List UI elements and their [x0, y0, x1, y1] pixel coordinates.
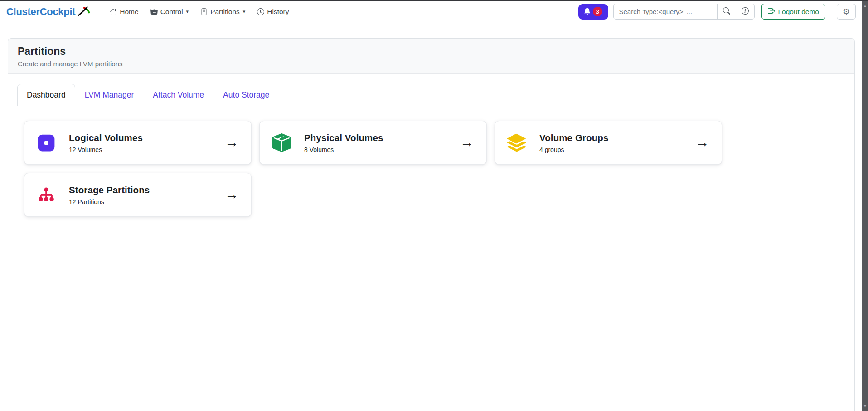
window-top-edge — [0, 0, 868, 1]
info-circle-icon — [742, 7, 749, 16]
tab-auto-storage[interactable]: Auto Storage — [213, 84, 279, 106]
logout-label: Logout demo — [778, 8, 820, 16]
hdd-device-icon — [200, 8, 208, 15]
notification-count-badge: 3 — [593, 7, 602, 16]
nav-item-control[interactable]: Control ▾ — [150, 8, 189, 16]
nav-item-home[interactable]: Home — [110, 8, 138, 16]
search-icon — [723, 7, 730, 16]
nav-item-label: History — [267, 8, 289, 16]
panel-header: Partitions Create and manage LVM partiti… — [8, 39, 854, 74]
page-title: Partitions — [18, 45, 845, 58]
card-text: Physical Volumes 8 Volumes — [304, 132, 460, 153]
dashboard-cards: Logical Volumes 12 Volumes → Physical Vo… — [24, 121, 845, 217]
card-count: 4 groups — [539, 146, 695, 153]
card-storage-partitions[interactable]: Storage Partitions 12 Partitions → — [24, 173, 252, 217]
nav-item-label: Home — [120, 8, 138, 16]
navbar-right: 3 Logout demo ⚙ — [578, 4, 856, 20]
card-title: Physical Volumes — [304, 132, 460, 143]
notifications-button[interactable]: 3 — [578, 4, 608, 20]
card-title: Logical Volumes — [69, 132, 225, 143]
navbar: ClusterCockpit Home Control ▾ — [0, 1, 862, 22]
gauge-logo-icon — [77, 5, 91, 19]
panel-body: Dashboard LVM Manager Attach Volume Auto… — [8, 74, 854, 226]
chevron-down-icon: ▾ — [243, 9, 246, 15]
clock-icon — [257, 8, 264, 15]
layers-icon — [507, 133, 527, 152]
scroll-down-icon[interactable]: ▼ — [863, 404, 867, 408]
gear-icon: ⚙ — [843, 7, 850, 17]
diagram-tree-icon — [36, 186, 56, 204]
nav-links: Home Control ▾ Partitions ▾ History — [110, 8, 578, 16]
page-subtitle: Create and manage LVM partitions — [18, 60, 845, 68]
card-count: 8 Volumes — [304, 146, 460, 153]
tab-attach-volume[interactable]: Attach Volume — [143, 84, 213, 106]
arrow-right-icon: → — [695, 135, 709, 150]
card-volume-groups[interactable]: Volume Groups 4 groups → — [495, 121, 722, 165]
logical-volume-icon — [36, 133, 56, 152]
card-text: Logical Volumes 12 Volumes — [69, 132, 225, 153]
search-input[interactable] — [614, 4, 717, 19]
card-title: Storage Partitions — [69, 185, 225, 196]
brand-logo[interactable]: ClusterCockpit — [6, 5, 91, 19]
chevron-down-icon: ▾ — [186, 9, 189, 15]
nav-item-history[interactable]: History — [257, 8, 289, 16]
search-help-button[interactable] — [736, 4, 754, 19]
tab-dashboard[interactable]: Dashboard — [17, 84, 75, 106]
scroll-up-icon[interactable]: ▲ — [863, 4, 867, 8]
card-logical-volumes[interactable]: Logical Volumes 12 Volumes → — [24, 121, 252, 165]
house-icon — [110, 8, 117, 15]
arrow-right-icon: → — [460, 135, 474, 150]
nav-item-label: Partitions — [210, 8, 240, 16]
card-text: Storage Partitions 12 Partitions — [69, 185, 225, 206]
settings-button[interactable]: ⚙ — [837, 4, 856, 20]
brand-text: ClusterCockpit — [6, 6, 75, 18]
arrow-right-icon: → — [225, 187, 239, 202]
card-count: 12 Partitions — [69, 198, 225, 206]
logout-button[interactable]: Logout demo — [761, 4, 826, 20]
cube-icon — [272, 133, 291, 152]
card-physical-volumes[interactable]: Physical Volumes 8 Volumes → — [259, 121, 487, 165]
folder-symlink-icon — [150, 8, 158, 15]
card-title: Volume Groups — [539, 132, 695, 143]
tab-lvm-manager[interactable]: LVM Manager — [75, 84, 144, 106]
nav-item-label: Control — [160, 8, 183, 16]
search-button[interactable] — [717, 4, 736, 19]
bell-icon — [584, 8, 591, 16]
partitions-panel: Partitions Create and manage LVM partiti… — [8, 38, 855, 411]
card-text: Volume Groups 4 groups — [539, 132, 695, 153]
card-count: 12 Volumes — [69, 146, 225, 153]
vertical-scrollbar[interactable]: ▲ ▼ — [862, 1, 868, 411]
tab-bar: Dashboard LVM Manager Attach Volume Auto… — [17, 84, 845, 106]
search-group — [613, 4, 755, 20]
logout-icon — [768, 7, 775, 16]
nav-item-partitions[interactable]: Partitions ▾ — [200, 8, 245, 16]
arrow-right-icon: → — [225, 135, 239, 150]
